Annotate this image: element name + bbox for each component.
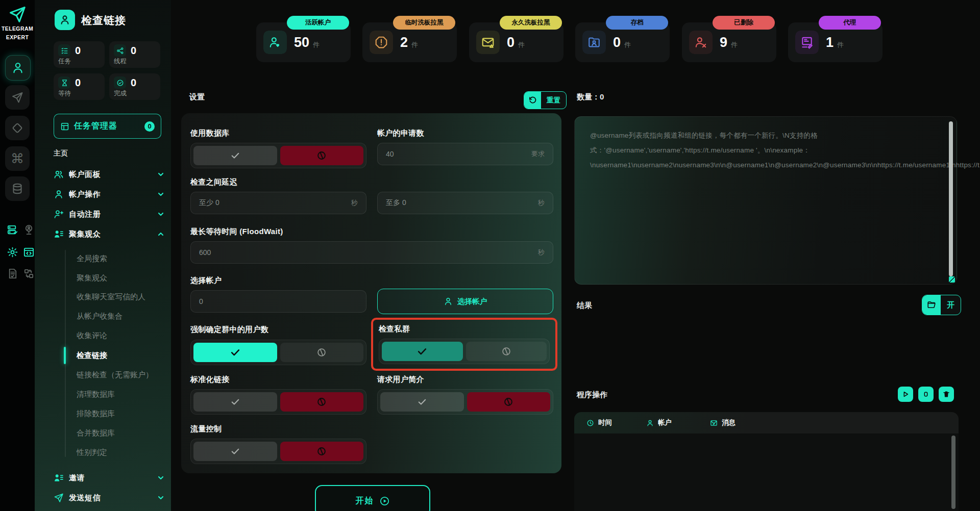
server-check-icon[interactable] [6,223,18,236]
play-circle-icon [379,496,390,506]
task-manager-button[interactable]: 任务管理器 0 [54,114,161,139]
check-private-no-segment[interactable] [466,342,547,361]
circle-slash-icon [316,446,327,457]
use-db-label: 使用数据库 [190,129,230,138]
proxy-server-icon [795,31,819,54]
traffic-label: 流量控制 [190,424,222,434]
use-db-no-segment[interactable] [280,146,364,165]
rail-accounts-button[interactable] [5,55,31,81]
resize-handle[interactable] [949,276,955,283]
table-header-account: 帐户 [646,418,710,427]
share-icon [114,44,126,57]
traffic-yes-segment[interactable] [193,442,277,461]
check-icon [230,150,240,161]
trash-icon [942,390,950,398]
seconds-suffix: 秒 [538,198,545,208]
check-private-yes-segment[interactable] [382,342,463,361]
card-deleted: 已删除 9件 [682,22,776,62]
force-count-no-segment[interactable] [280,343,364,362]
submenu-item-collect-from-accounts[interactable]: 从帐户收集合 [77,311,122,322]
rail-command-button[interactable]: ⌘ [5,146,30,171]
submenu-item-collect-comments[interactable]: 收集评论 [77,330,107,341]
sidebar-group-account-panel[interactable]: 帐户面板 [54,167,165,182]
chevron-down-icon [157,494,165,502]
log-clear-button[interactable] [939,387,954,402]
floodwait-input[interactable]: 600 秒 [190,241,553,264]
table-scrollbar[interactable] [951,436,955,509]
force-count-yes-segment[interactable] [193,343,277,362]
open-result-button[interactable]: 开 [922,295,961,315]
log-stop-button[interactable] [918,387,934,402]
delay-max-input[interactable]: 至多 0 秒 [377,192,553,214]
start-button[interactable]: 开始 [315,485,430,511]
traffic-no-segment[interactable] [280,442,364,461]
play-icon [901,390,910,398]
sidebar-group-account-ops[interactable]: 帐户操作 [54,187,165,201]
links-textarea[interactable]: @username列表或指向频道和组的链接，每个都有一个新行。\N支持的格式：'… [574,116,957,285]
request-profile-yes-segment[interactable] [380,392,464,412]
settings-panel: 使用数据库 帐户的申请数 40 要求 检查之间延迟 至少 0 秒 至多 0 秒 … [181,113,561,473]
reset-button[interactable]: 重置 [524,91,567,109]
card-value: 0 [507,35,514,50]
textarea-scrollbar[interactable] [949,121,953,276]
stat-label: 线程 [114,57,156,66]
gear-icon[interactable] [6,246,18,258]
status-badge: 永久洗板拉黑 [500,16,562,30]
sidebar-group-send-sms[interactable]: 发送短信 [54,491,165,505]
rail-database-button[interactable] [5,176,30,201]
card-active-accounts: 活跃帐户 50件 [256,22,351,62]
submenu-item-exclude-database[interactable]: 排除数据库 [77,408,115,419]
document-check-icon[interactable] [6,267,18,279]
brand-line1: TELEGRAM [0,25,35,32]
program-ops-table: 时间 帐户 消息 [574,412,959,511]
selected-accounts-input[interactable]: 0 [190,290,366,313]
group-label: 邀请 [69,473,85,483]
rail-send-button[interactable] [5,85,30,110]
circle-slash-icon [503,396,514,407]
start-label: 开始 [356,496,374,506]
rail-premium-button[interactable] [5,116,30,140]
group-label: 帐户操作 [69,190,101,199]
check-icon [416,346,428,357]
sidebar-item-home[interactable]: 主页 [54,149,68,158]
person-icon [11,61,24,74]
use-db-yes-segment[interactable] [193,146,277,165]
log-play-button[interactable] [898,387,913,402]
sidebar-group-invite[interactable]: 邀请 [54,471,165,485]
clock-icon [586,419,594,427]
status-badge: 代理 [819,16,881,30]
submenu-item-global-search[interactable]: 全局搜索 [77,253,107,264]
traffic-toggle [190,439,366,464]
person-icon [54,189,64,199]
select-accounts-button[interactable]: 选择帐户 [377,289,553,314]
selected-accounts-value: 0 [199,297,203,305]
circle-slash-icon [316,150,327,161]
stat-value: 0 [131,77,136,89]
submenu-item-check-links[interactable]: 检查链接 [77,350,107,361]
submenu-item-clean-database[interactable]: 清理数据库 [77,389,115,400]
submenu-item-collect-chat-writers[interactable]: 收集聊天室写信的人 [77,291,145,302]
submenu-item-gather-audience[interactable]: 聚集观众 [77,272,107,284]
submenu-item-check-links-no-account[interactable]: 链接检查（无需账户） [77,369,153,380]
card-proxy: 代理 1件 [788,22,883,62]
app-window: TELEGRAM EXPERT ⌘ [0,0,980,511]
stat-value: 0 [75,45,81,57]
normalize-yes-segment[interactable] [193,392,277,412]
sidebar-group-gather-audience[interactable]: 聚集观众 [54,227,165,241]
group-label: 聚集观众 [69,229,101,239]
people-icon [54,169,64,180]
person-webcam-icon[interactable] [22,223,35,236]
normalize-no-segment[interactable] [280,392,364,412]
swap-boxes-icon[interactable] [22,267,35,279]
request-profile-no-segment[interactable] [467,392,551,412]
circle-slash-icon [316,347,327,358]
delay-min-input[interactable]: 至少 0 秒 [190,192,366,214]
code-window-icon[interactable] [22,246,35,258]
submenu-item-gender-detect[interactable]: 性别判定 [77,447,107,458]
requests-input[interactable]: 40 要求 [377,143,553,165]
sidebar-group-auto-register[interactable]: 自动注册 [54,207,165,221]
submenu-item-merge-database[interactable]: 合并数据库 [77,427,115,439]
check-private-highlight-box: 检查私群 [371,318,557,371]
table-header-message: 消息 [710,418,736,427]
card-unit: 件 [313,40,320,49]
